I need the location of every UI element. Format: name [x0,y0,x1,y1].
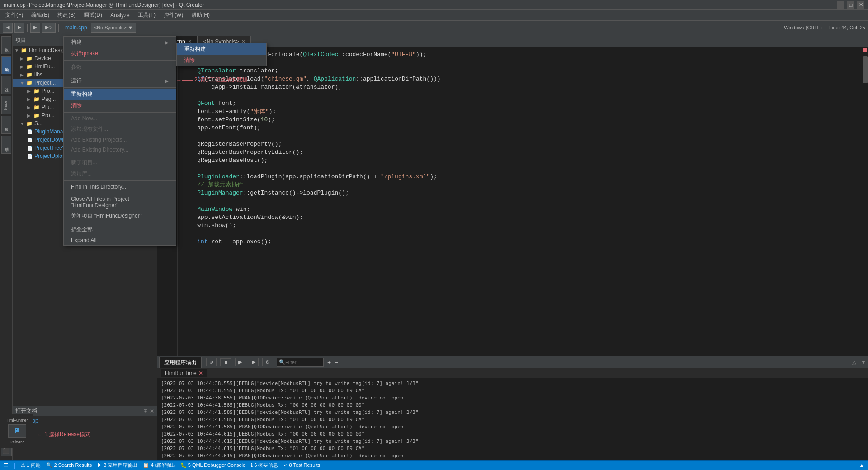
output-line-2: [2022-07-03 10:44:38.555][DEBUG]Modbus T… [161,387,864,394]
ctx-add-lib[interactable]: 添加库... [64,168,176,180]
ctx-rebuild-label: 重新构建 [71,90,93,98]
status-app-output[interactable]: ▶ 3 应用程序输出 [97,462,137,469]
toolbar-debug[interactable]: ▶▷ [42,23,56,33]
open-files-layout-icon[interactable]: ⊞ [143,408,148,414]
output-stop-btn[interactable]: ⏸ [220,358,231,366]
sidebar-item-edit[interactable]: 编辑 [1,56,11,74]
sidebar-item-project[interactable]: 项目 [1,116,11,134]
code-line-10: app.setFont(font); [183,124,856,132]
scroll-thumb[interactable] [863,56,868,83]
output-run2-btn[interactable]: ▶ [249,358,259,366]
ctx-close-all-files[interactable]: Close All Files in Project "HmiFuncDesig… [64,194,176,210]
code-line-14: qRegisterBaseHost(); [183,157,856,165]
ctx-collapse-all[interactable]: 折叠全部 [64,224,176,235]
ctx-add-existing-projects[interactable]: Add Existing Projects... [64,135,176,145]
menu-help[interactable]: 帮助(H) [188,10,213,20]
output-filter-input[interactable] [285,360,321,365]
output-remove-btn[interactable]: − [335,359,338,366]
ctx-add-new-label: Add New... [71,115,97,122]
menu-file[interactable]: 文件(F) [2,10,27,20]
status-test-results[interactable]: ✓ 8 Test Results [283,462,320,468]
maximize-button[interactable]: □ [847,1,854,9]
status-problems[interactable]: ⚠ 1 问题 [21,462,41,469]
ctx-build[interactable]: 构建 ▶ [64,37,176,48]
menu-controls[interactable]: 控件(W) [160,10,187,20]
code-line-1: QTextCodec::setCodecForLocale(QTextCodec… [183,51,856,59]
ctx-collapse-all-label: 折叠全部 [71,226,93,233]
toolbar-forward[interactable]: ▶ [14,23,24,33]
output-expand-btn[interactable]: ▼ [861,359,866,366]
ctx-add-existing-directory[interactable]: Add Existing Directory... [64,145,176,155]
ctx-run[interactable]: 运行 ▶ [64,75,176,86]
toolbar: ◀ ▶ ▶ ▶▷ main.cpp <No Symbols> ▼ Windows… [0,21,868,34]
hmi-monitor-icon: 🖥 [14,427,21,435]
output-run-btn[interactable]: ▶ [235,358,245,366]
menu-build[interactable]: 构建(B) [54,10,79,20]
scroll-indicator [863,48,867,52]
output-clear-btn[interactable]: ⊘ [206,358,217,366]
ctx-qmake[interactable]: 执行qmake [64,48,176,59]
title-text: main.cpp (ProjectManager\ProjectManager … [4,2,204,8]
context-menu: 构建 ▶ 执行qmake 参数 运行 ▶ 重新构建 清除 Add New... … [63,36,176,246]
ctx-add-existing-file[interactable]: 添加现有文件... [64,123,176,135]
ctx-find-in-dir[interactable]: Find in This Directory... [64,182,176,192]
ctx-params: 参数 [64,62,176,73]
status-compile-output[interactable]: 📋 4 编译输出 [143,462,175,469]
output-line-6: [2022-07-03 10:44:41.585][DEBUG]Modbus T… [161,416,864,423]
annotation-clean-label: 2.清除工程生成的数据 [194,76,248,84]
menu-edit[interactable]: 编辑(E) [28,10,53,20]
code-line-19 [183,197,856,205]
status-summary[interactable]: ℹ 6 概要信息 [251,462,278,469]
hmi-runner-box[interactable]: HmiFunmer 🖥 Release [1,414,33,448]
runtime-subtab[interactable]: HmiRunTime ✕ [161,369,207,377]
ctx-clean[interactable]: 清除 [64,100,176,111]
right-scrollbar[interactable] [862,47,868,356]
ctx-expand-all-label: Expand All [71,237,97,243]
output-add-btn[interactable]: + [327,359,331,366]
ctx-sep1 [64,60,176,61]
runtime-subtab-close[interactable]: ✕ [198,370,203,376]
ctx-new-subproject[interactable]: 新子项目... [64,157,176,168]
close-button[interactable]: ✕ [857,1,864,9]
status-right-arrow[interactable]: ▲ [859,462,864,469]
ctx-close-project[interactable]: 关闭项目 "HmiFuncDesigner" [64,210,176,222]
output-tab-app[interactable]: 应用程序输出 [159,357,202,368]
ctx-add-existing-projects-label: Add Existing Projects... [71,137,127,143]
code-line-6 [183,91,856,100]
output-line-4: [2022-07-03 10:44:41.585][DEBUG]Modbus R… [161,402,864,409]
menu-tools[interactable]: 工具(T) [134,10,159,20]
ctx-expand-all[interactable]: Expand All [64,235,176,245]
ctx-add-new[interactable]: Add New... [64,114,176,123]
toolbar-symbols[interactable]: <No Symbols> ▼ [91,23,136,33]
code-content[interactable]: QTextCodec::setCodecForLocale(QTextCodec… [178,47,862,356]
menu-debug[interactable]: 调试(D) [80,10,106,20]
sub-clean[interactable]: 清除 [177,55,266,66]
status-search-results[interactable]: 🔍 2 Search Results [46,462,92,468]
ctx-add-lib-label: 添加库... [71,170,92,178]
code-line-11 [183,132,856,140]
sidebar-item-help[interactable]: 帮助 [1,136,11,154]
ctx-build-arrow: ▶ [165,39,169,46]
sidebar-item-welcome[interactable]: 欢迎 [1,36,11,54]
open-files-close-icon[interactable]: ✕ [150,408,154,414]
code-line-2 [183,59,856,67]
sidebar-item-design[interactable]: 设计 [1,76,11,94]
ctx-qmake-label: 执行qmake [71,50,98,57]
minimize-button[interactable]: ─ [837,1,844,9]
sidebar-item-debug[interactable]: Debug [1,96,11,114]
sub-rebuild[interactable]: 重新构建 [177,43,266,55]
title-bar: main.cpp (ProjectManager\ProjectManager … [0,0,868,10]
code-line-3: QTranslator translator; [183,67,856,75]
toolbar-back[interactable]: ◀ [3,23,13,33]
status-qml-debugger[interactable]: 🐛 5 QML Debugger Console [180,462,245,468]
runtime-subtab-label: HmiRunTime [165,370,197,376]
ctx-rebuild[interactable]: 重新构建 [64,89,176,100]
annotation-release-label: 1.选择Release模式 [44,431,90,438]
menu-analyze[interactable]: Analyze [107,11,133,19]
output-collapse-btn[interactable]: △ [852,359,856,366]
output-settings-btn[interactable]: ⚙ [262,358,273,366]
open-file-main-cpp[interactable]: main.cpp [13,416,157,425]
sub-clean-label: 清除 [184,57,195,64]
toolbar-run[interactable]: ▶ [30,23,40,33]
code-editor[interactable]: 44 45 46 47 48 49 50 51 52 53 54 55 QTex… [157,47,868,356]
